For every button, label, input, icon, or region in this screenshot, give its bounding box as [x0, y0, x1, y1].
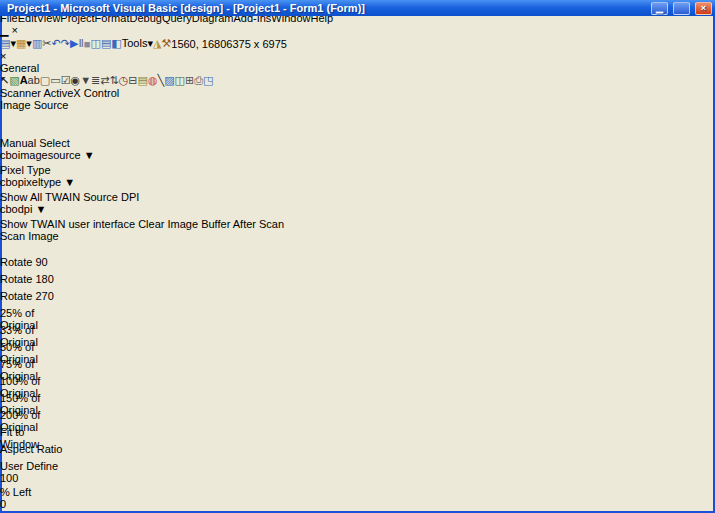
tools-dropdown-label: Tools [122, 37, 148, 49]
main-titlebar: Project1 - Microsoft Visual Basic [desig… [0, 0, 715, 16]
cut-button[interactable]: ✂ [42, 37, 51, 50]
show-ui-checkbox-label[interactable]: Show TWAIN user interface [0, 218, 135, 230]
cut-icon: ✂ [42, 37, 51, 49]
vscrollbar-tool[interactable]: ⇅ [109, 74, 118, 86]
ole-tool[interactable]: ⊞ [185, 74, 194, 86]
toolbar-items: ▤▾▦▾▥✂↶↷▶Ⅱ■◫▤◧Tools▾◮⚒1560, 16806375 x 6… [0, 37, 715, 50]
undo-button[interactable]: ↶ [52, 37, 61, 50]
form-design-surface[interactable]: Image Source Manual Select cboimagesourc… [0, 99, 715, 513]
end-icon: ■ [84, 38, 91, 50]
user-define-label: User Define [0, 460, 58, 472]
redo-icon: ↷ [61, 37, 70, 49]
form-button-150-of-original[interactable]: 150% of Original [0, 392, 64, 409]
form-button-200-of-original[interactable]: 200% of Original [0, 409, 64, 426]
form-button-aspect-ratio[interactable]: Aspect Ratio [0, 443, 64, 460]
manual-select-label[interactable]: Manual Select [0, 137, 70, 149]
redo-button[interactable]: ↷ [61, 37, 70, 50]
form-layout-icon: ◧ [111, 37, 121, 49]
undo-icon: ↶ [52, 37, 61, 49]
commandbutton-tool[interactable]: ▭ [50, 74, 60, 86]
toolbox-close-button[interactable]: × [0, 50, 6, 62]
listbox-tool[interactable]: ≣ [91, 74, 100, 86]
standard-toolbar: ▤▾▦▾▥✂↶↷▶Ⅱ■◫▤◧Tools▾◮⚒1560, 16806375 x 6… [0, 37, 715, 50]
clear-buffer-checkbox-label[interactable]: Clear Image Buffer After Scan [138, 218, 284, 230]
size-indicator-value: 6375 x 6975 [226, 38, 287, 50]
drivelistbox-tool[interactable]: ⊟ [128, 74, 137, 86]
form-button-33-of-original[interactable]: 33% of Original [0, 324, 64, 341]
form-button-100-of-original[interactable]: 100% of Original [0, 375, 64, 392]
dpi-combo[interactable]: cbodpi ▼ [0, 203, 97, 218]
percent-label: % [0, 486, 10, 498]
optionbutton-tool[interactable]: ◉ [71, 74, 81, 86]
scan-image-button[interactable]: Scan Image [0, 230, 135, 256]
form-button-rotate-270[interactable]: Rotate 270 [0, 290, 64, 307]
pixel-type-combo[interactable]: cbopixeltype ▼ [0, 176, 97, 191]
mdi-minimize-button[interactable]: ▁ [0, 24, 8, 36]
tools-dropdown[interactable]: Tools▾ [122, 37, 153, 50]
custom-control-tool[interactable]: ◳ [203, 74, 213, 86]
add-project-button[interactable]: ▤▾ [0, 37, 16, 50]
start-button[interactable]: ▶ [70, 37, 78, 50]
form-layout-button[interactable]: ◧ [111, 37, 121, 50]
show-all-twain-label[interactable]: Show All TWAIN Source [0, 191, 118, 203]
toolbox-general-tab[interactable]: General [0, 62, 715, 74]
left-input[interactable]: 0 [0, 498, 42, 512]
user-define-input[interactable]: 100 [0, 472, 46, 486]
position-indicator-value: 1560, 1680 [171, 38, 226, 50]
image-source-legend: Image Source [0, 99, 68, 111]
pixel-type-label: Pixel Type [0, 164, 51, 176]
frame-tool[interactable]: ▢ [40, 74, 50, 86]
dpi-label: DPI [121, 191, 139, 203]
toolbox-panel: × General ↖▧Aab▢▭☑◉▼≣⇄⇅◷⊟▤◍╲▨◫⊞⎙◳ [0, 50, 715, 87]
add-form-icon: ▦ [16, 37, 26, 49]
minimize-button[interactable]: ▁ [651, 2, 668, 15]
form-button-25-of-original[interactable]: 25% of Original [0, 307, 64, 324]
label-tool[interactable]: A [20, 74, 28, 86]
textbox-tool[interactable]: ab [28, 74, 40, 86]
pixel-type-combo-value: cbopixeltype [0, 176, 61, 188]
options-button[interactable]: ⚒ [161, 37, 171, 50]
menu-editor-icon: ▥ [32, 37, 42, 49]
form-button-75-of-original[interactable]: 75% of Original [0, 358, 64, 375]
end-button[interactable]: ■ [84, 38, 91, 50]
image-source-combo-value: cboimagesource [0, 149, 81, 161]
wizard-icon: ◮ [153, 37, 161, 49]
project-explorer-icon: ◫ [90, 37, 100, 49]
mdi-window-buttons: ▁ × [0, 24, 18, 36]
wizard-button[interactable]: ◮ [153, 37, 161, 50]
form-button-rotate-180[interactable]: Rotate 180 [0, 273, 64, 290]
add-form-button[interactable]: ▦▾ [16, 37, 32, 50]
dpi-combo-value: cbodpi [0, 203, 32, 215]
form-button-50-of-original[interactable]: 50% of Original [0, 341, 64, 358]
form-designer-window: Scanner ActiveX Control Image Source Man… [0, 87, 715, 513]
pointer-tool[interactable]: ↖ [0, 74, 9, 86]
menu-editor-button[interactable]: ▥ [32, 37, 42, 50]
picturebox-tool[interactable]: ▧ [9, 74, 19, 86]
image-source-combo[interactable]: cboimagesource ▼ [0, 149, 118, 164]
properties-window-button[interactable]: ▤ [101, 37, 111, 50]
toolbox-grid: ↖▧Aab▢▭☑◉▼≣⇄⇅◷⊟▤◍╲▨◫⊞⎙◳ [0, 74, 715, 87]
combobox-tool[interactable]: ▼ [80, 74, 91, 86]
restore-button[interactable] [673, 2, 690, 15]
data-tool[interactable]: ◫ [175, 74, 185, 86]
properties-window-icon: ▤ [101, 37, 111, 49]
checkbox-tool[interactable]: ☑ [61, 74, 71, 86]
filelistbox-tool[interactable]: ▤ [138, 74, 148, 86]
project-explorer-button[interactable]: ◫ [90, 37, 100, 50]
form-titlebar[interactable]: Scanner ActiveX Control [0, 87, 715, 99]
left-label: Left [13, 486, 31, 498]
combo-arrow-icon[interactable]: ▼ [64, 176, 75, 188]
form-button-rotate-90[interactable]: Rotate 90 [0, 256, 64, 273]
mdi-close-button[interactable]: × [12, 24, 18, 36]
combo-arrow-icon[interactable]: ▼ [35, 203, 46, 215]
scanner-control-tool[interactable]: ⎙ [194, 74, 203, 86]
combo-arrow-icon[interactable]: ▼ [84, 149, 95, 161]
close-button[interactable]: × [695, 2, 712, 15]
shape-tool[interactable]: ◍ [148, 74, 158, 86]
options-icon: ⚒ [161, 37, 171, 49]
timer-tool[interactable]: ◷ [119, 74, 129, 86]
side-buttons-container: Rotate 90Rotate 180Rotate 27025% of Orig… [0, 256, 715, 460]
form-title: Scanner ActiveX Control [0, 87, 119, 99]
image-tool[interactable]: ▨ [164, 74, 174, 86]
image-source-groupbox: Image Source [0, 99, 380, 137]
